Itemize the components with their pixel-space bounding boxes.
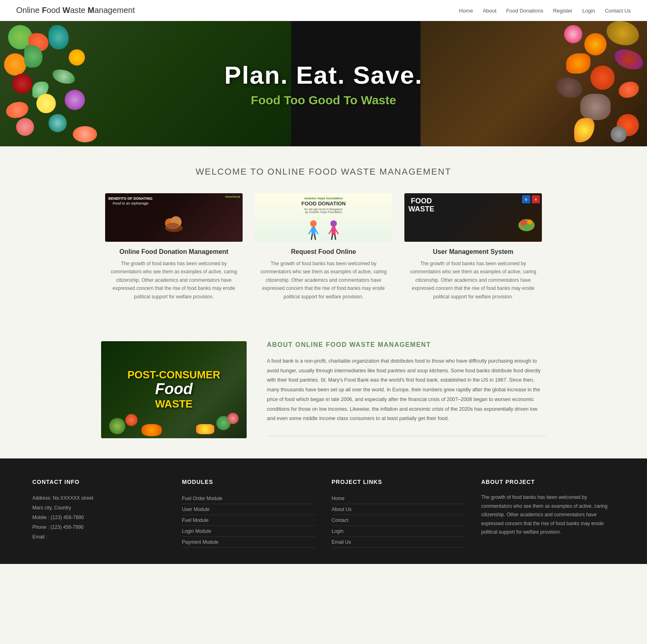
footer-modules-heading: MODULES <box>182 479 315 485</box>
svg-point-4 <box>310 220 317 227</box>
about-wrapper: POST-CONSUMER Food WASTE ABOUT ONLINE FO… <box>0 321 647 458</box>
card-request-title: Request Food Online <box>255 248 392 255</box>
about-img-line3: WASTE <box>127 398 220 410</box>
nav-food-donations[interactable]: Food Donations <box>506 8 543 14</box>
navbar: Online Food Waste Management Home About … <box>0 0 647 21</box>
card-img-request: smartec hope foundation FOOD DONATION fo… <box>255 193 392 242</box>
footer-contact-col: CONTACT INFO Address: No.XXXXXX street M… <box>32 479 166 548</box>
svg-line-14 <box>332 235 332 240</box>
about-image: POST-CONSUMER Food WASTE <box>101 341 247 438</box>
footer-contact-heading: CONTACT INFO <box>32 479 166 485</box>
cards-grid: BENEFITS OF DONATINGFood to an orphanage… <box>101 193 546 301</box>
about-divider <box>267 436 546 436</box>
footer-about-col: ABOUT PROJECT The growth of food banks h… <box>481 479 615 548</box>
footer-project-login[interactable]: Login <box>332 526 465 537</box>
footer-modules-col: MODULES Fuel Order Module User Module Fu… <box>182 479 315 548</box>
card-waste: FOODWASTE D A <box>404 193 542 301</box>
svg-line-8 <box>311 235 312 240</box>
footer-contact-phone: Phone : (123) 456-7890 <box>32 522 166 532</box>
hero-section: Plan. Eat. Save. Food Too Good To Waste <box>0 21 647 146</box>
about-img-text: POST-CONSUMER Food WASTE <box>127 369 220 411</box>
hero-title: Plan. Eat. Save. <box>224 61 423 89</box>
card-request: smartec hope foundation FOOD DONATION fo… <box>255 193 392 301</box>
card-donation: BENEFITS OF DONATINGFood to an orphanage… <box>105 193 243 301</box>
svg-point-3 <box>166 223 179 229</box>
svg-rect-11 <box>332 227 336 235</box>
footer-module-user[interactable]: User Module <box>182 504 315 515</box>
about-inner: POST-CONSUMER Food WASTE ABOUT ONLINE FO… <box>101 341 546 438</box>
about-img-line1: POST-CONSUMER <box>127 369 220 381</box>
about-content: ABOUT ONLINE FOOD WASTE MANAGEMENT A foo… <box>267 341 546 436</box>
footer-contact-mobile: Mobile : (123) 456-7890 <box>32 513 166 522</box>
nav-contact-us[interactable]: Contact Us <box>605 8 631 14</box>
footer-project-heading: PROJECT LINKS <box>332 479 465 485</box>
footer-module-fuel[interactable]: Fuel Module <box>182 515 315 526</box>
card-request-desc: The growth of food banks has been welcom… <box>255 260 392 301</box>
about-img-line2: Food <box>127 380 220 398</box>
footer-module-login[interactable]: Login Module <box>182 526 315 537</box>
about-heading: ABOUT ONLINE FOOD WASTE MANAGEMENT <box>267 341 546 348</box>
svg-point-10 <box>330 220 337 227</box>
welcome-title: WELCOME TO ONLINE FOOD WASTE MANAGEMENT <box>16 167 631 177</box>
footer-about-heading: ABOUT PROJECT <box>481 479 615 485</box>
svg-point-19 <box>524 224 530 230</box>
footer-project-home[interactable]: Home <box>332 493 465 504</box>
card-img-waste: FOODWASTE D A <box>404 193 542 242</box>
svg-line-15 <box>335 235 336 240</box>
about-text: A food bank is a non-profit, charitable … <box>267 357 546 424</box>
nav-login[interactable]: Login <box>582 8 595 14</box>
card-donation-title: Online Food Donation Management <box>105 248 243 255</box>
welcome-section: WELCOME TO ONLINE FOOD WASTE MANAGEMENT … <box>0 146 647 321</box>
svg-line-9 <box>315 235 315 240</box>
nav-home[interactable]: Home <box>459 8 473 14</box>
svg-line-12 <box>329 230 332 234</box>
svg-line-13 <box>336 230 338 234</box>
footer-project-contact[interactable]: Contact <box>332 515 465 526</box>
hero-text-block: Plan. Eat. Save. Food Too Good To Waste <box>224 61 423 107</box>
hero-subtitle: Food Too Good To Waste <box>224 93 423 107</box>
navbar-links: Home About Food Donations Register Login… <box>459 7 631 14</box>
footer-about-text: The growth of food banks has been welcom… <box>481 493 615 537</box>
card-waste-title: User Management System <box>404 248 542 255</box>
nav-register[interactable]: Register <box>553 8 572 14</box>
card-donation-desc: The growth of food banks has been welcom… <box>105 260 243 301</box>
nav-about[interactable]: About <box>483 8 497 14</box>
footer-project-about-us[interactable]: About Us <box>332 504 465 515</box>
footer-module-payment[interactable]: Payment Module <box>182 537 315 548</box>
card-waste-desc: The growth of food banks has been welcom… <box>404 260 542 301</box>
footer-project-email-us[interactable]: Email Us <box>332 537 465 548</box>
footer-project-col: PROJECT LINKS Home About Us Contact Logi… <box>332 479 465 548</box>
svg-rect-5 <box>311 227 315 235</box>
footer-contact-city: Mars city, Country <box>32 503 166 513</box>
svg-point-18 <box>527 220 532 224</box>
svg-line-6 <box>309 230 311 234</box>
footer: CONTACT INFO Address: No.XXXXXX street M… <box>0 458 647 564</box>
hero-right-bg <box>421 21 647 146</box>
svg-line-7 <box>315 230 318 234</box>
card-img-donation: BENEFITS OF DONATINGFood to an orphanage… <box>105 193 243 242</box>
footer-contact-address: Address: No.XXXXXX street <box>32 493 166 503</box>
navbar-brand: Online Food Waste Management <box>16 6 135 15</box>
footer-module-fuel-order[interactable]: Fuel Order Module <box>182 493 315 504</box>
footer-contact-email: Email : <box>32 532 166 542</box>
